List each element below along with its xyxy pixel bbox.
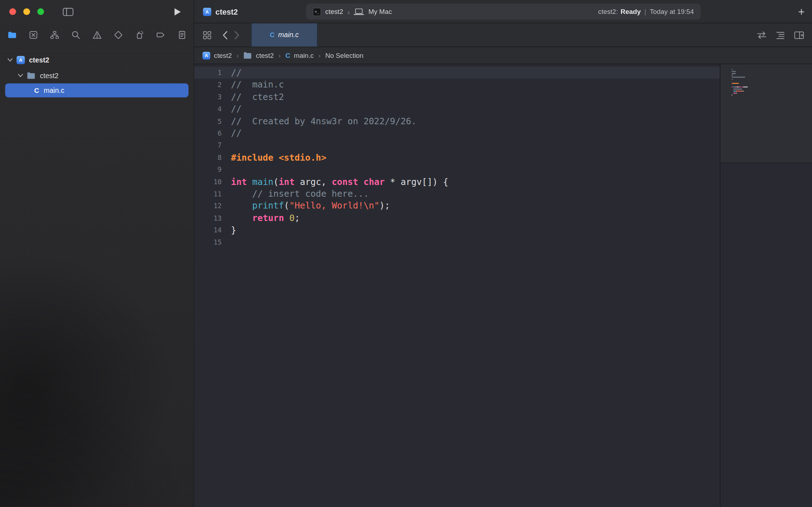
window-title-text: ctest2 bbox=[215, 7, 238, 16]
build-status[interactable]: ctest2: Ready | Today at 19:54 bbox=[598, 8, 694, 16]
run-button[interactable] bbox=[174, 0, 181, 23]
sidebar-titlebar bbox=[0, 0, 194, 23]
close-window-button[interactable] bbox=[9, 8, 16, 15]
code-line[interactable]: 12 printf("Hello, World!\n"); bbox=[194, 200, 720, 212]
code-line[interactable]: 3// ctest2 bbox=[194, 91, 720, 103]
breakpoint-navigator-tag-icon[interactable] bbox=[154, 29, 167, 41]
debug-navigator-spray-can-icon[interactable] bbox=[133, 29, 146, 41]
report-navigator-doc-icon[interactable] bbox=[176, 29, 188, 41]
tree-row-file-selected[interactable]: C main.c bbox=[5, 83, 189, 97]
minimize-window-button[interactable] bbox=[23, 8, 30, 15]
code-text: int main(int argc, const char * argv[]) … bbox=[222, 176, 448, 188]
zoom-window-button[interactable] bbox=[37, 8, 44, 15]
adjust-editor-options-icon[interactable] bbox=[776, 31, 785, 39]
toggle-sidebar-icon[interactable] bbox=[62, 7, 73, 16]
activity-viewer[interactable]: >_ ctest2 › My Mac ctest2: Ready | Today… bbox=[306, 4, 701, 20]
breadcrumb-label[interactable]: No Selection bbox=[325, 51, 364, 59]
line-number[interactable]: 11 bbox=[194, 188, 222, 200]
tab-main-c[interactable]: C main.c bbox=[251, 23, 317, 46]
code-line[interactable]: 14} bbox=[194, 224, 720, 236]
code-area[interactable]: 1//2// main.c3// ctest24//5// Created by… bbox=[194, 64, 720, 507]
breadcrumb-label[interactable]: main.c bbox=[294, 51, 314, 59]
find-navigator-magnifier-icon[interactable] bbox=[69, 29, 82, 41]
xcode-project-icon: A bbox=[202, 51, 210, 59]
code-line[interactable]: 15 bbox=[194, 236, 720, 249]
breadcrumb-separator: › bbox=[279, 51, 281, 59]
code-line[interactable]: 13 return 0; bbox=[194, 212, 720, 224]
run-destination-label[interactable]: My Mac bbox=[369, 8, 392, 16]
code-text: // insert code here... bbox=[222, 188, 369, 200]
code-line[interactable]: 10int main(int argc, const char * argv[]… bbox=[194, 176, 720, 188]
tree-item-label: main.c bbox=[44, 86, 64, 94]
scheme-selector[interactable]: >_ ctest2 › My Mac bbox=[313, 7, 392, 16]
line-number[interactable]: 15 bbox=[194, 236, 222, 249]
navigate-forward-icon[interactable] bbox=[234, 30, 240, 40]
navigate-back-icon[interactable] bbox=[222, 30, 228, 40]
tree-row-project[interactable]: A ctest2 bbox=[0, 52, 194, 68]
line-number[interactable]: 14 bbox=[194, 224, 222, 236]
window-controls bbox=[9, 8, 44, 15]
disclosure-chevron-icon[interactable] bbox=[16, 74, 24, 78]
line-number[interactable]: 13 bbox=[194, 212, 222, 224]
code-line[interactable]: 1// bbox=[194, 67, 720, 79]
line-number[interactable]: 12 bbox=[194, 200, 222, 212]
breadcrumb-project[interactable]: A ctest2 bbox=[202, 51, 232, 59]
code-text: return 0; bbox=[222, 212, 300, 224]
breadcrumb-label[interactable]: ctest2 bbox=[256, 51, 274, 59]
code-line[interactable]: 6// bbox=[194, 127, 720, 140]
related-items-grid-icon[interactable] bbox=[202, 30, 212, 40]
line-number[interactable]: 7 bbox=[194, 140, 222, 152]
issue-navigator-warning-triangle-icon[interactable] bbox=[91, 29, 103, 41]
jump-bar: A ctest2 › ctest2 › C main.c › No Select… bbox=[194, 47, 812, 64]
code-text bbox=[222, 140, 231, 152]
scheme-target-label[interactable]: ctest2 bbox=[325, 8, 343, 16]
tree-item-label: ctest2 bbox=[40, 72, 59, 80]
code-text: // bbox=[222, 67, 242, 79]
code-line[interactable]: 7 bbox=[194, 140, 720, 152]
xcode-window: A ctest2 ctest2 C main.c bbox=[0, 0, 812, 507]
code-text: // bbox=[222, 127, 242, 140]
disclosure-chevron-icon[interactable] bbox=[6, 58, 13, 62]
code-line[interactable]: 11 // insert code here... bbox=[194, 188, 720, 200]
c-file-icon: C bbox=[285, 51, 290, 59]
breadcrumb-group[interactable]: ctest2 bbox=[244, 51, 274, 59]
laptop-icon bbox=[354, 8, 364, 15]
line-number[interactable]: 9 bbox=[194, 164, 222, 176]
status-state-label: Ready bbox=[621, 8, 641, 16]
source-control-navigator-square-x-icon[interactable] bbox=[27, 29, 39, 41]
status-divider: | bbox=[643, 8, 647, 16]
breadcrumb-label[interactable]: ctest2 bbox=[214, 51, 232, 59]
line-number[interactable]: 5 bbox=[194, 115, 222, 127]
project-navigator-folder-icon[interactable] bbox=[6, 29, 18, 41]
code-line[interactable]: 9 bbox=[194, 164, 720, 176]
code-text: // Created by 4nsw3r on 2022/9/26. bbox=[222, 115, 417, 127]
code-text bbox=[222, 164, 231, 176]
toolbar: A ctest2 >_ ctest2 › My Mac ctest2: Read… bbox=[194, 0, 812, 23]
minimap[interactable] bbox=[720, 64, 812, 507]
breadcrumb-selection[interactable]: No Selection bbox=[325, 51, 364, 59]
code-review-swap-icon[interactable] bbox=[757, 31, 767, 39]
source-editor[interactable]: 1//2// main.c3// ctest24//5// Created by… bbox=[194, 64, 812, 507]
line-number[interactable]: 3 bbox=[194, 91, 222, 103]
code-text: } bbox=[222, 224, 236, 236]
code-line[interactable]: 2// main.c bbox=[194, 79, 720, 91]
breadcrumb-file[interactable]: C main.c bbox=[285, 51, 314, 59]
code-line[interactable]: 8#include <stdio.h> bbox=[194, 152, 720, 164]
code-line[interactable]: 4// bbox=[194, 103, 720, 115]
code-line[interactable]: 5// Created by 4nsw3r on 2022/9/26. bbox=[194, 115, 720, 127]
line-number[interactable]: 2 bbox=[194, 79, 222, 91]
line-number[interactable]: 10 bbox=[194, 176, 222, 188]
test-navigator-diamond-icon[interactable] bbox=[112, 29, 124, 41]
breadcrumb-separator: › bbox=[319, 51, 321, 59]
library-add-button[interactable]: + bbox=[798, 0, 805, 23]
line-number[interactable]: 8 bbox=[194, 152, 222, 164]
add-editor-icon[interactable] bbox=[794, 31, 804, 39]
c-file-icon: C bbox=[34, 86, 39, 94]
line-number[interactable]: 4 bbox=[194, 103, 222, 115]
symbol-navigator-hierarchy-icon[interactable] bbox=[48, 29, 61, 41]
line-number[interactable]: 1 bbox=[194, 67, 222, 79]
line-number[interactable]: 6 bbox=[194, 127, 222, 140]
code-text: // main.c bbox=[222, 79, 284, 91]
sidebar: A ctest2 ctest2 C main.c bbox=[0, 0, 194, 507]
tree-row-group[interactable]: ctest2 bbox=[0, 68, 194, 84]
